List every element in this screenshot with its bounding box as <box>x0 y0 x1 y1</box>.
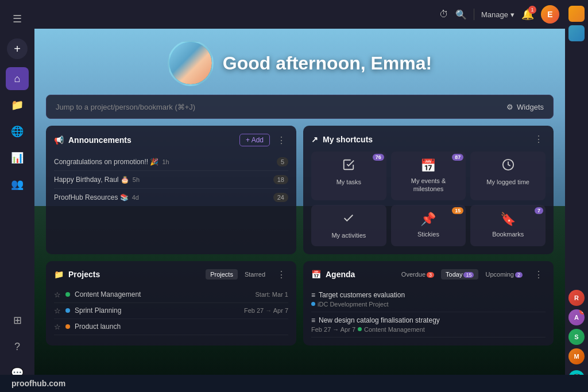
folder-fill-icon: 📁 <box>54 270 64 279</box>
star-icon-1: ☆ <box>54 290 61 299</box>
announce-left-2: Happy Birthday, Raul 🎂 5h <box>54 176 140 184</box>
task-list-icon-2: ≡ <box>311 316 315 324</box>
content-grid: 📢 Announcements + Add ⋮ Congratulations … <box>34 126 565 254</box>
notification-badge: 1 <box>528 6 536 14</box>
right-avatar-circle-3[interactable]: S <box>568 329 585 345</box>
shortcut-logged-time[interactable]: My logged time <box>470 152 546 200</box>
projects-tabs: Projects Starred <box>206 269 270 280</box>
agenda-list: ≡ Target customers evaluation iDC Develo… <box>311 287 546 337</box>
announcement-item-1[interactable]: Congratulations on promotion!! 🎉 1h 5 <box>54 153 288 171</box>
announce-left-1: Congratulations on promotion!! 🎉 1h <box>54 158 169 166</box>
clock-icon[interactable]: ⏱ <box>439 9 448 20</box>
widgets-button[interactable]: ⚙ Widgets <box>506 103 544 111</box>
agenda-item-1[interactable]: ≡ Target customers evaluation iDC Develo… <box>311 287 546 312</box>
projects-actions: Projects Starred ⋮ <box>206 269 288 280</box>
bottom-bar: proofhub.com <box>0 375 588 392</box>
star-icon-3: ☆ <box>54 323 61 331</box>
agenda-title-1: ≡ Target customers evaluation <box>311 291 546 299</box>
bookmarks-badge: 7 <box>535 207 543 214</box>
chart-icon[interactable]: 📊 <box>6 146 29 169</box>
tasks-badge: 76 <box>373 154 384 161</box>
project-dot-2 <box>65 308 70 313</box>
add-icon[interactable]: + <box>7 38 28 59</box>
right-avatar-circle-1[interactable]: R <box>568 290 585 306</box>
right-avatar-1[interactable] <box>568 6 585 22</box>
search-bar[interactable]: Jump to a project/person/bookmark (⌘+J) … <box>46 95 554 119</box>
domain-text: proofhub.com <box>11 379 65 388</box>
announcements-title: 📢 Announcements <box>54 135 131 145</box>
announcement-item-2[interactable]: Happy Birthday, Raul 🎂 5h 18 <box>54 171 288 189</box>
menu-icon[interactable]: ☰ <box>6 7 29 30</box>
shortcut-my-tasks[interactable]: 76 My tasks <box>311 152 386 200</box>
time-label: My logged time <box>486 178 529 186</box>
agenda-sub-1: iDC Development Project <box>311 301 546 308</box>
announcement-item-3[interactable]: ProofHub Resources 📚 4d 24 <box>54 189 288 206</box>
agenda-header: 📅 Agenda Overdue3 Today15 Upcoming2 <box>311 269 546 280</box>
share-icon: ↗ <box>311 135 318 144</box>
folder-icon[interactable]: 📁 <box>6 94 29 117</box>
tab-today[interactable]: Today15 <box>441 269 478 280</box>
announcements-actions: + Add ⋮ <box>239 134 288 146</box>
shortcut-my-events[interactable]: 87 📅 My events & milestones <box>391 152 466 200</box>
chevron-down-icon: ▾ <box>510 10 514 19</box>
events-badge: 87 <box>452 154 463 161</box>
project-dot-3 <box>65 324 70 329</box>
project-dot-1 <box>65 292 70 297</box>
project-left-1: ☆ Content Management <box>54 290 141 299</box>
tab-starred[interactable]: Starred <box>240 269 270 280</box>
projects-more-button[interactable]: ⋮ <box>274 269 288 280</box>
shortcut-stickies[interactable]: 15 📌 Stickies <box>391 205 466 246</box>
agenda-dot-2 <box>358 327 362 331</box>
user-avatar[interactable]: E <box>541 5 559 24</box>
globe-icon[interactable]: 🌐 <box>6 120 29 143</box>
shortcut-bookmarks[interactable]: 7 🔖 Bookmarks <box>470 205 546 246</box>
top-header: ⏱ 🔍 Manage ▾ 🔔 1 E <box>34 0 565 29</box>
grid-icon[interactable]: ⊞ <box>6 309 29 332</box>
tasks-icon <box>342 158 355 174</box>
shortcuts-more-button[interactable]: ⋮ <box>532 134 546 145</box>
agenda-more-button[interactable]: ⋮ <box>532 269 546 280</box>
tab-overdue[interactable]: Overdue3 <box>397 269 439 280</box>
right-avatar-2[interactable] <box>568 25 585 41</box>
agenda-dot-1 <box>311 302 315 306</box>
home-icon[interactable]: ⌂ <box>6 67 29 90</box>
task-list-icon: ≡ <box>311 291 315 299</box>
header-icons: ⏱ 🔍 Manage ▾ 🔔 1 E <box>439 5 559 24</box>
add-announcement-button[interactable]: + Add <box>239 134 270 146</box>
header-divider <box>474 9 474 20</box>
bookmarks-icon: 🔖 <box>500 212 516 227</box>
right-avatar-circle-2[interactable]: A 5 <box>568 309 585 325</box>
agenda-sub-2: Feb 27 → Apr 7 Content Management <box>311 326 546 333</box>
activities-label: My activities <box>331 231 366 239</box>
activities-icon <box>342 212 355 228</box>
announcements-header: 📢 Announcements + Add ⋮ <box>54 134 288 146</box>
help-icon[interactable]: ? <box>6 335 29 358</box>
hero-avatar <box>168 40 214 86</box>
shortcuts-header: ↗ My shortcuts ⋮ <box>311 134 546 145</box>
right-avatar-circle-4[interactable]: M <box>568 348 585 364</box>
stickies-icon: 📌 <box>420 212 436 227</box>
search-icon[interactable]: 🔍 <box>455 9 467 20</box>
shortcut-my-activities[interactable]: My activities <box>311 205 386 246</box>
search-placeholder: Jump to a project/person/bookmark (⌘+J) <box>56 103 195 111</box>
tab-projects[interactable]: Projects <box>206 269 238 280</box>
manage-button[interactable]: Manage ▾ <box>481 10 514 19</box>
project-left-2: ☆ Sprint Planning <box>54 306 121 315</box>
project-item-3[interactable]: ☆ Product launch <box>54 319 288 335</box>
shortcuts-grid: 76 My tasks 87 📅 My events & milestones <box>311 152 546 246</box>
projects-header: 📁 Projects Projects Starred ⋮ <box>54 269 288 280</box>
project-item-2[interactable]: ☆ Sprint Planning Feb 27 → Apr 7 <box>54 303 288 319</box>
project-item-1[interactable]: ☆ Content Management Start: Mar 1 <box>54 287 288 303</box>
announcements-more-button[interactable]: ⋮ <box>274 135 288 146</box>
people-icon[interactable]: 👥 <box>6 173 29 196</box>
announcements-card: 📢 Announcements + Add ⋮ Congratulations … <box>46 126 296 254</box>
agenda-title: 📅 Agenda <box>311 270 355 279</box>
tab-upcoming[interactable]: Upcoming2 <box>481 269 527 280</box>
gear-icon: ⚙ <box>506 103 513 111</box>
announcements-list: Congratulations on promotion!! 🎉 1h 5 Ha… <box>54 153 288 206</box>
shortcuts-card: ↗ My shortcuts ⋮ 76 My tasks <box>303 126 554 254</box>
tasks-label: My tasks <box>336 178 361 186</box>
agenda-item-2[interactable]: ≡ New design catalog finalisation strate… <box>311 312 546 337</box>
stickies-label: Stickies <box>417 230 439 238</box>
notification-button[interactable]: 🔔 1 <box>521 8 534 21</box>
